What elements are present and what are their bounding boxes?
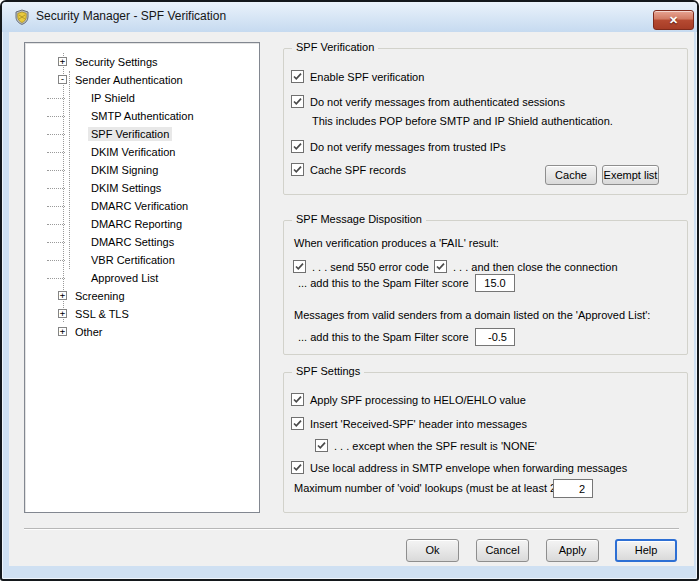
checkbox-apply-spf-helo[interactable]: Apply SPF processing to HELO/EHLO value	[291, 392, 526, 407]
tree-item-label: DKIM Signing	[88, 163, 161, 177]
checkbox-label: Do not verify messages from authenticate…	[310, 96, 565, 108]
fail-score-input[interactable]	[475, 274, 515, 292]
cache-button[interactable]: Cache	[545, 165, 597, 185]
checkbox-checked-icon	[291, 393, 304, 406]
checkbox-label: Enable SPF verification	[310, 71, 424, 83]
apply-button[interactable]: Apply	[546, 539, 599, 562]
tree-item-label: DKIM Verification	[88, 145, 178, 159]
tree-item-label: Security Settings	[72, 55, 161, 69]
checkbox-label: Insert 'Received-SPF' header into messag…	[310, 418, 527, 430]
expand-plus-icon[interactable]: +	[58, 309, 67, 318]
expand-plus-icon[interactable]: +	[58, 291, 67, 300]
checkbox-checked-icon	[293, 260, 306, 273]
void-lookups-label: Maximum number of 'void' lookups (must b…	[294, 482, 560, 494]
approved-score-input[interactable]	[475, 328, 515, 346]
checkbox-label: Apply SPF processing to HELO/EHLO value	[310, 394, 526, 406]
collapse-minus-icon[interactable]: -	[58, 75, 67, 84]
settings-tree: + Security Settings - Sender Authenticat…	[24, 42, 260, 513]
tree-item-vbr-certification[interactable]: VBR Certification	[25, 251, 259, 269]
tree-item-security-settings[interactable]: + Security Settings	[25, 53, 259, 71]
checkbox-label: Cache SPF records	[310, 164, 406, 176]
close-icon: ✕	[669, 14, 678, 26]
checkbox-checked-icon	[315, 439, 328, 452]
checkbox-cache-spf-records[interactable]: Cache SPF records	[291, 162, 406, 177]
group-title: SPF Verification	[292, 41, 378, 53]
approved-score-label: ... add this to the Spam Filter score	[298, 331, 469, 343]
checkbox-no-verify-authenticated[interactable]: Do not verify messages from authenticate…	[291, 94, 565, 109]
tree-item-label-selected: SPF Verification	[88, 127, 172, 141]
tree-item-label: Other	[72, 325, 106, 339]
checkbox-label: Use local address in SMTP envelope when …	[310, 462, 627, 474]
help-button[interactable]: Help	[615, 539, 677, 562]
checkbox-label: . . . and then close the connection	[453, 261, 618, 273]
footer-separator	[24, 528, 679, 529]
tree-item-label: Sender Authentication	[72, 73, 186, 87]
tree-item-dkim-settings[interactable]: DKIM Settings	[25, 179, 259, 197]
close-button[interactable]: ✕	[653, 10, 694, 30]
tree-item-sender-authentication[interactable]: - Sender Authentication	[25, 71, 259, 89]
fail-score-label: ... add this to the Spam Filter score	[298, 277, 469, 289]
tree-item-label: DMARC Settings	[88, 235, 177, 249]
tree-item-dkim-signing[interactable]: DKIM Signing	[25, 161, 259, 179]
tree-item-label: IP Shield	[88, 91, 138, 105]
void-lookups-input[interactable]	[553, 479, 593, 498]
checkbox-checked-icon	[291, 95, 304, 108]
fail-result-intro: When verification produces a 'FAIL' resu…	[294, 237, 499, 249]
tree-item-screening[interactable]: + Screening	[25, 287, 259, 305]
checkbox-no-verify-trusted-ips[interactable]: Do not verify messages from trusted IPs	[291, 139, 506, 154]
tree-item-label: Approved List	[88, 271, 161, 285]
checkbox-checked-icon	[291, 461, 304, 474]
checkbox-label: Do not verify messages from trusted IPs	[310, 141, 506, 153]
checkbox-label: . . . send 550 error code	[312, 261, 429, 273]
tree-item-label: VBR Certification	[88, 253, 178, 267]
tree-item-dmarc-reporting[interactable]: DMARC Reporting	[25, 215, 259, 233]
tree-item-ip-shield[interactable]: IP Shield	[25, 89, 259, 107]
checkbox-checked-icon	[291, 163, 304, 176]
tree-item-dkim-verification[interactable]: DKIM Verification	[25, 143, 259, 161]
dialog-window: Security Manager - SPF Verification ✕ + …	[0, 0, 699, 581]
checkbox-label: . . . except when the SPF result is 'NON…	[334, 440, 537, 452]
checkbox-checked-icon	[291, 140, 304, 153]
tree-item-spf-verification[interactable]: SPF Verification	[25, 125, 259, 143]
group-title: SPF Message Disposition	[292, 213, 426, 225]
shield-icon	[14, 9, 30, 25]
tree-item-dmarc-verification[interactable]: DMARC Verification	[25, 197, 259, 215]
tree-item-label: DMARC Reporting	[88, 217, 185, 231]
expand-plus-icon[interactable]: +	[58, 57, 67, 66]
checkbox-enable-spf-verification[interactable]: Enable SPF verification	[291, 69, 424, 84]
tree-item-label: DMARC Verification	[88, 199, 191, 213]
tree-item-label: SMTP Authentication	[88, 109, 197, 123]
checkbox-checked-icon	[291, 70, 304, 83]
tree-item-label: SSL & TLS	[72, 307, 132, 321]
checkbox-except-spf-none[interactable]: . . . except when the SPF result is 'NON…	[315, 438, 537, 453]
tree-item-approved-list[interactable]: Approved List	[25, 269, 259, 287]
tree-item-other[interactable]: + Other	[25, 323, 259, 341]
tree-item-dmarc-settings[interactable]: DMARC Settings	[25, 233, 259, 251]
checkbox-checked-icon	[291, 417, 304, 430]
group-title: SPF Settings	[292, 365, 364, 377]
pop-before-smtp-note: This includes POP before SMTP and IP Shi…	[312, 115, 613, 127]
approved-list-intro: Messages from valid senders from a domai…	[294, 309, 650, 321]
tree-item-smtp-authentication[interactable]: SMTP Authentication	[25, 107, 259, 125]
tree-item-label: Screening	[72, 289, 128, 303]
checkbox-send-550-error[interactable]: . . . send 550 error code	[293, 259, 429, 274]
title-bar[interactable]: Security Manager - SPF Verification ✕	[2, 2, 697, 32]
checkbox-checked-icon	[434, 260, 447, 273]
tree-item-label: DKIM Settings	[88, 181, 164, 195]
expand-plus-icon[interactable]: +	[58, 327, 67, 336]
tree-item-ssl-tls[interactable]: + SSL & TLS	[25, 305, 259, 323]
checkbox-local-address-forwarding[interactable]: Use local address in SMTP envelope when …	[291, 460, 627, 475]
window-title: Security Manager - SPF Verification	[36, 2, 226, 32]
exempt-list-button[interactable]: Exempt list	[602, 165, 659, 185]
ok-button[interactable]: Ok	[406, 539, 459, 562]
cancel-button[interactable]: Cancel	[476, 539, 529, 562]
checkbox-insert-received-spf[interactable]: Insert 'Received-SPF' header into messag…	[291, 416, 527, 431]
checkbox-close-connection[interactable]: . . . and then close the connection	[434, 259, 618, 274]
